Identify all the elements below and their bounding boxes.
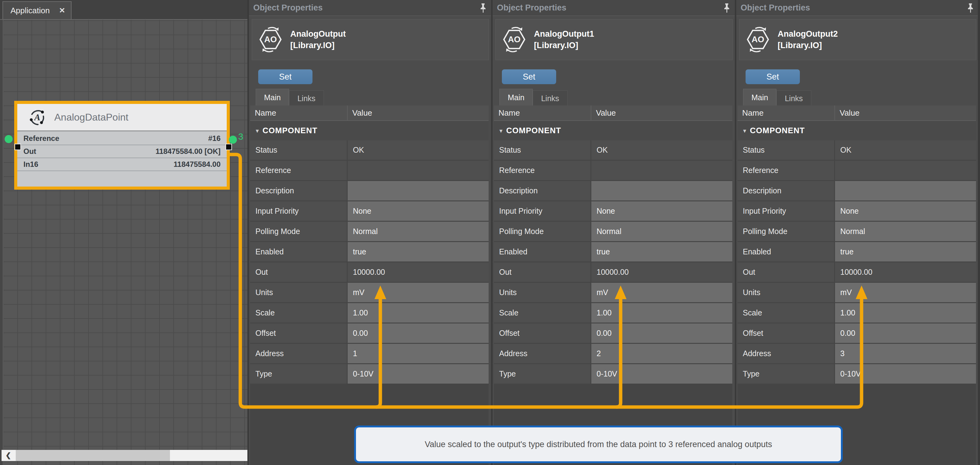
- property-value[interactable]: None: [591, 202, 732, 221]
- property-row: Type 0-10V: [250, 364, 488, 384]
- collapse-icon[interactable]: ▾: [256, 127, 259, 135]
- property-table: Name Value ▾ COMPONENT Status OK Referen…: [494, 105, 732, 465]
- block-row-reference[interactable]: Reference #16: [17, 132, 227, 145]
- analog-output-icon: AO: [503, 27, 526, 53]
- property-name: Scale: [250, 303, 347, 322]
- tab-application[interactable]: Application ✕: [2, 1, 72, 19]
- property-table: Name Value ▾ COMPONENT Status OK Referen…: [738, 105, 976, 465]
- property-name: Enabled: [738, 242, 834, 262]
- property-name: Offset: [494, 324, 590, 343]
- scrollbar-thumb[interactable]: [16, 450, 170, 461]
- object-name: AnalogOutput: [290, 29, 346, 40]
- panel-titlebar: Object Properties: [736, 0, 978, 16]
- analog-datapoint-block[interactable]: A AnalogDataPoint Reference #16 Out 1184…: [14, 101, 230, 190]
- property-value[interactable]: 1.00: [835, 303, 976, 322]
- property-value[interactable]: 1: [348, 344, 488, 363]
- table-header: Name Value: [738, 105, 976, 121]
- object-names: AnalogOutput2 [Library.IO]: [778, 29, 838, 51]
- tab-links[interactable]: Links: [289, 90, 324, 106]
- panel-title: Object Properties: [741, 3, 810, 13]
- property-name: Polling Mode: [250, 222, 347, 241]
- tab-links[interactable]: Links: [533, 90, 567, 106]
- section-label: COMPONENT: [262, 126, 317, 135]
- property-value[interactable]: true: [835, 242, 976, 262]
- property-value[interactable]: [348, 181, 488, 200]
- property-value[interactable]: OK: [348, 140, 488, 160]
- set-button[interactable]: Set: [502, 69, 556, 84]
- property-value[interactable]: 0.00: [835, 324, 976, 343]
- property-value[interactable]: true: [591, 242, 732, 262]
- tab-main[interactable]: Main: [256, 89, 289, 106]
- property-value[interactable]: mV: [348, 283, 488, 302]
- property-name: Address: [738, 344, 834, 363]
- pin-icon[interactable]: [479, 3, 487, 13]
- object-header: AO AnalogOutput [Library.IO]: [252, 19, 489, 60]
- block-row-in16[interactable]: In16 118475584.00: [17, 158, 227, 171]
- property-value[interactable]: true: [348, 242, 488, 262]
- property-row: Polling Mode Normal: [494, 222, 732, 241]
- tab-links[interactable]: Links: [776, 90, 811, 106]
- property-row: Out 10000.00: [250, 262, 488, 282]
- property-row: Enabled true: [494, 242, 732, 262]
- property-value[interactable]: 10000.00: [591, 262, 732, 282]
- property-name: Polling Mode: [738, 222, 834, 241]
- wiresheet-canvas[interactable]: A AnalogDataPoint Reference #16 Out 1184…: [0, 19, 247, 465]
- property-value[interactable]: [835, 161, 976, 180]
- property-row: Out 10000.00: [738, 262, 976, 282]
- property-value[interactable]: 0-10V: [835, 364, 976, 384]
- property-value[interactable]: 0-10V: [591, 364, 732, 384]
- property-value[interactable]: 1.00: [348, 303, 488, 322]
- property-row: Polling Mode Normal: [250, 222, 488, 241]
- property-value[interactable]: 3: [835, 344, 976, 363]
- selection-handle-right[interactable]: [226, 144, 232, 150]
- property-value[interactable]: [348, 161, 488, 180]
- annotation-callout: Value scaled to the output's type distri…: [354, 425, 843, 463]
- property-value[interactable]: 10000.00: [835, 262, 976, 282]
- selection-handle-left[interactable]: [14, 144, 21, 150]
- section-component[interactable]: ▾ COMPONENT: [738, 121, 976, 140]
- property-value[interactable]: [835, 181, 976, 200]
- property-value[interactable]: mV: [835, 283, 976, 302]
- property-value[interactable]: [591, 161, 732, 180]
- analog-output-icon: AO: [746, 27, 770, 53]
- collapse-icon[interactable]: ▾: [743, 127, 746, 135]
- section-component[interactable]: ▾ COMPONENT: [250, 121, 488, 140]
- property-row: Enabled true: [250, 242, 488, 262]
- property-value[interactable]: OK: [835, 140, 976, 160]
- property-value[interactable]: 1.00: [591, 303, 732, 322]
- tab-application-label: Application: [11, 6, 50, 16]
- tab-main[interactable]: Main: [500, 89, 533, 106]
- collapse-icon[interactable]: ▾: [500, 127, 503, 135]
- property-value[interactable]: None: [835, 202, 976, 221]
- property-value[interactable]: mV: [591, 283, 732, 302]
- property-value[interactable]: 10000.00: [348, 262, 488, 282]
- pin-icon[interactable]: [723, 3, 730, 13]
- input-port-dot[interactable]: [5, 135, 13, 143]
- property-value[interactable]: [591, 181, 732, 200]
- section-component[interactable]: ▾ COMPONENT: [494, 121, 732, 140]
- panel-titlebar: Object Properties: [493, 0, 735, 16]
- column-header-value: Value: [835, 105, 976, 120]
- panel-title: Object Properties: [497, 3, 566, 13]
- property-value[interactable]: Normal: [591, 222, 732, 241]
- pin-icon[interactable]: [967, 3, 974, 13]
- set-button[interactable]: Set: [746, 69, 800, 84]
- horizontal-scrollbar[interactable]: ❮: [2, 450, 251, 461]
- property-value[interactable]: Normal: [348, 222, 488, 241]
- property-value[interactable]: 0-10V: [348, 364, 488, 384]
- close-icon[interactable]: ✕: [59, 6, 65, 15]
- set-button[interactable]: Set: [258, 69, 312, 84]
- property-value[interactable]: OK: [591, 140, 732, 160]
- property-value[interactable]: 0.00: [348, 324, 488, 343]
- property-value[interactable]: Normal: [835, 222, 976, 241]
- property-value[interactable]: 2: [591, 344, 732, 363]
- output-port-dot[interactable]: [229, 136, 237, 144]
- property-name: Offset: [250, 324, 347, 343]
- property-row: Type 0-10V: [738, 364, 976, 384]
- property-value[interactable]: None: [348, 202, 488, 221]
- property-value[interactable]: 0.00: [591, 324, 732, 343]
- scroll-left-button[interactable]: ❮: [2, 450, 15, 461]
- tab-main[interactable]: Main: [743, 89, 776, 106]
- block-row-out[interactable]: Out 118475584.00 [OK]: [17, 145, 227, 158]
- property-name: Scale: [738, 303, 834, 322]
